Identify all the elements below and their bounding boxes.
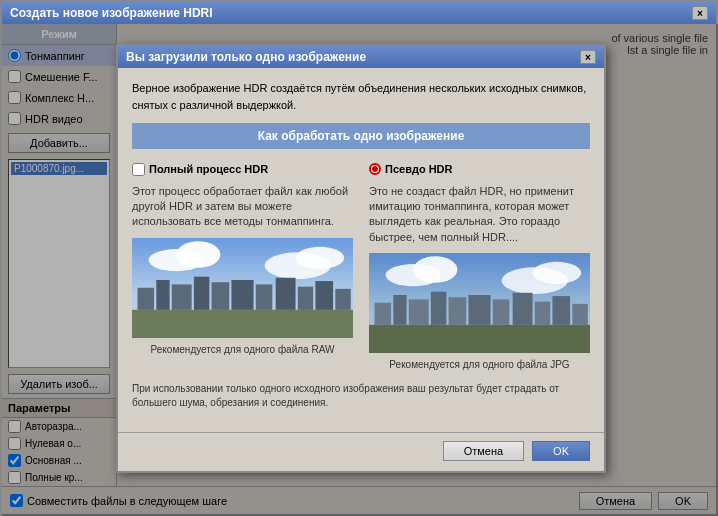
svg-rect-32 xyxy=(552,296,570,325)
option2-label: Псевдо HDR xyxy=(385,161,453,178)
modal-close-button[interactable]: × xyxy=(580,50,596,64)
svg-rect-12 xyxy=(256,284,273,309)
svg-point-4 xyxy=(296,247,345,269)
svg-rect-9 xyxy=(194,276,209,309)
svg-point-2 xyxy=(176,241,220,268)
svg-rect-25 xyxy=(409,299,429,324)
city-svg-2 xyxy=(369,253,590,353)
svg-rect-28 xyxy=(468,295,490,325)
modal-cancel-button[interactable]: Отмена xyxy=(443,441,524,461)
option1-header[interactable]: Полный процесс HDR xyxy=(132,161,353,178)
outer-window-title: Создать новое изображение HDRI xyxy=(10,6,213,20)
svg-rect-8 xyxy=(172,284,192,309)
svg-rect-26 xyxy=(431,292,446,325)
outer-window: Создать новое изображение HDRI × Режим Т… xyxy=(0,0,718,516)
modal-ok-button[interactable]: OK xyxy=(532,441,590,461)
svg-rect-27 xyxy=(449,297,467,325)
option1-text: Этот процесс обработает файл как любой д… xyxy=(132,184,353,230)
svg-rect-24 xyxy=(393,295,406,325)
svg-rect-16 xyxy=(335,289,350,310)
modal-titlebar: Вы загрузили только одно изображение × xyxy=(118,46,604,68)
svg-rect-14 xyxy=(298,286,313,309)
option1-image-label: Рекомендуется для одного файла RAW xyxy=(132,342,353,357)
modal-title: Вы загрузили только одно изображение xyxy=(126,50,366,64)
svg-rect-7 xyxy=(156,280,169,310)
outer-titlebar: Создать новое изображение HDRI × xyxy=(2,2,716,24)
svg-rect-10 xyxy=(212,282,230,310)
svg-rect-6 xyxy=(138,287,155,309)
option2-preview-image xyxy=(369,253,590,353)
modal-dialog: Вы загрузили только одно изображение × В… xyxy=(116,44,606,473)
option1-label: Полный процесс HDR xyxy=(149,161,268,178)
modal-body: Верное изображение HDR создаётся путём о… xyxy=(118,68,604,432)
svg-rect-33 xyxy=(572,304,587,325)
option2-image-label: Рекомендуется для одного файла JPG xyxy=(369,357,590,372)
svg-rect-31 xyxy=(535,302,550,325)
modal-options: Полный процесс HDR Этот процесс обработа… xyxy=(132,161,590,372)
option-full-hdr: Полный процесс HDR Этот процесс обработа… xyxy=(132,161,353,372)
svg-rect-23 xyxy=(375,303,392,325)
option1-preview-image xyxy=(132,238,353,338)
svg-rect-15 xyxy=(315,281,333,310)
svg-rect-11 xyxy=(231,280,253,310)
svg-rect-30 xyxy=(513,293,533,325)
svg-rect-29 xyxy=(493,299,510,324)
modal-footer: Отмена OK xyxy=(118,432,604,471)
svg-rect-5 xyxy=(132,309,353,337)
svg-point-19 xyxy=(413,256,457,283)
option2-radio[interactable] xyxy=(369,163,381,175)
svg-point-21 xyxy=(533,262,582,284)
option-pseudo-hdr: Псевдо HDR Это не создаст файл HDR, но п… xyxy=(369,161,590,372)
modal-overlay: Вы загрузили только одно изображение × В… xyxy=(2,24,718,516)
modal-section-header: Как обработать одно изображение xyxy=(132,123,590,149)
option1-checkbox[interactable] xyxy=(132,163,145,176)
outer-close-button[interactable]: × xyxy=(692,6,708,20)
svg-rect-22 xyxy=(369,325,590,353)
svg-rect-13 xyxy=(276,277,296,309)
modal-note: При использовании только одного исходног… xyxy=(132,382,590,410)
option2-text: Это не создаст файл HDR, но применит ими… xyxy=(369,184,590,246)
modal-description: Верное изображение HDR создаётся путём о… xyxy=(132,80,590,113)
option2-header[interactable]: Псевдо HDR xyxy=(369,161,590,178)
city-svg-1 xyxy=(132,238,353,338)
